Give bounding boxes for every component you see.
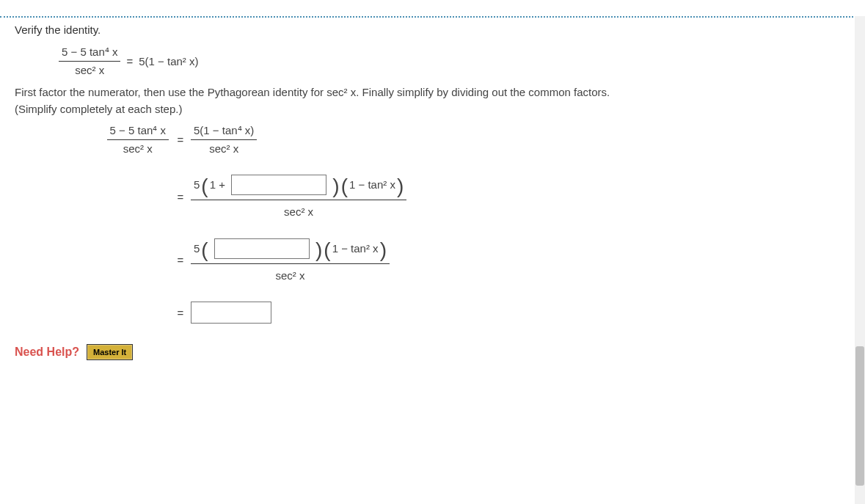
master-it-button[interactable]: Master It [87,344,133,360]
instructions-line2: (Simplify completely at each step.) [15,103,182,115]
step3-eq: = [176,254,191,266]
step1-rhs-num: 5(1 − tan⁴ x) [191,123,257,140]
step1-lhs-den: sec² x [120,140,156,156]
step3-input[interactable] [214,238,310,259]
step1-lhs-num: 5 − 5 tan⁴ x [107,123,169,140]
step1-lhs-fraction: 5 − 5 tan⁴ x sec² x [107,123,169,156]
step1-rhs-den: sec² x [206,140,241,156]
instructions: First factor the numerator, then use the… [15,84,850,117]
step-1: 5 − 5 tan⁴ x sec² x = 5(1 − tan⁴ x) sec²… [59,123,850,156]
step2-eq: = [176,191,191,203]
scroll-thumb[interactable] [855,346,864,486]
step1-rhs-fraction: 5(1 − tan⁴ x) sec² x [191,123,257,156]
step2-pre: 5 [194,178,200,192]
identity-lhs-den: sec² x [72,62,107,78]
steps-block: 5 − 5 tan⁴ x sec² x = 5(1 − tan⁴ x) sec²… [59,123,850,324]
step-4: = [59,302,850,324]
step4-input[interactable] [191,302,271,324]
step2-den: sec² x [281,200,316,219]
identity-rhs: 5(1 − tan² x) [139,55,198,67]
question-content: Verify the identity. 5 − 5 tan⁴ x sec² x… [0,18,865,375]
identity-lhs-num: 5 − 5 tan⁴ x [59,45,120,62]
step3-den: sec² x [272,264,307,283]
step2-input[interactable] [231,175,326,195]
step2-fraction: 5(1 + )(1 − tan² x) sec² x [191,175,406,219]
instructions-line1: First factor the numerator, then use the… [15,86,610,98]
step3-tail: 1 − tan² x [332,241,379,256]
step3-pre: 5 [194,241,200,256]
step1-eq: = [176,134,191,146]
prompt-text: Verify the identity. [15,23,850,36]
help-row: Need Help? Master It [15,344,850,360]
step4-eq: = [176,307,191,319]
identity-equation: 5 − 5 tan⁴ x sec² x = 5(1 − tan² x) [59,45,850,77]
need-help-label: Need Help? [15,346,79,359]
step3-fraction: 5( )(1 − tan² x) sec² x [191,238,390,283]
step-2: = 5(1 + )(1 − tan² x) sec² x [59,175,850,219]
step2-mid: 1 + [210,178,225,192]
step-3: = 5( )(1 − tan² x) sec² x [59,238,850,283]
identity-lhs-fraction: 5 − 5 tan⁴ x sec² x [59,45,120,77]
vertical-scrollbar[interactable] [855,16,865,504]
step2-tail: 1 − tan² x [349,178,395,192]
identity-eq: = [126,55,133,67]
